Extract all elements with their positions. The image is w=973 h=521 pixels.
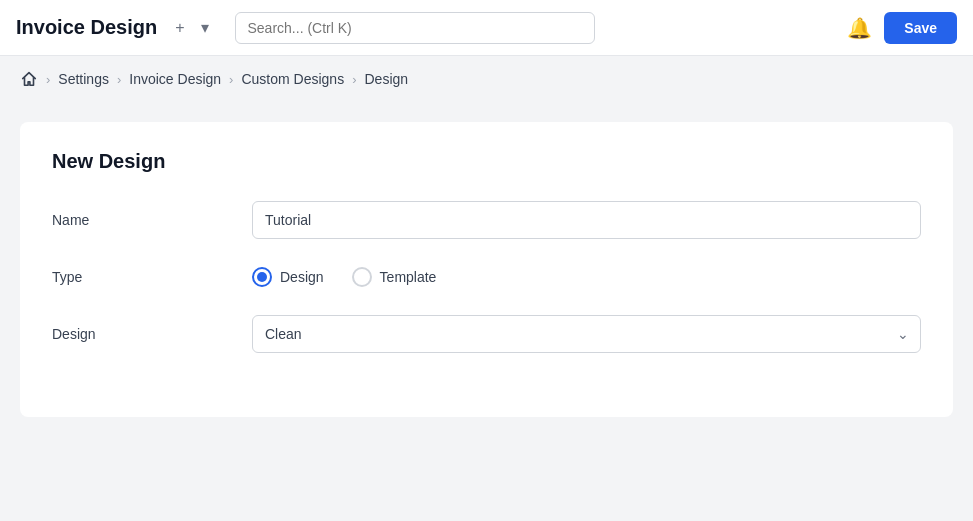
breadcrumb: › Settings › Invoice Design › Custom Des… [0, 56, 973, 102]
form-title: New Design [52, 150, 921, 173]
breadcrumb-sep-1: › [46, 72, 50, 87]
dropdown-button[interactable]: ▾ [195, 14, 215, 41]
type-radio-group: Design Template [252, 267, 921, 287]
breadcrumb-custom-designs[interactable]: Custom Designs [241, 71, 344, 87]
breadcrumb-sep-4: › [352, 72, 356, 87]
add-button[interactable]: + [169, 15, 190, 41]
type-label: Type [52, 269, 252, 285]
page-title: Invoice Design [16, 16, 157, 39]
type-design-label: Design [280, 269, 324, 285]
header-right: 🔔 Save [847, 12, 957, 44]
save-button[interactable]: Save [884, 12, 957, 44]
type-row: Type Design Template [52, 267, 921, 287]
breadcrumb-sep-3: › [229, 72, 233, 87]
notification-bell-icon[interactable]: 🔔 [847, 16, 872, 40]
type-template-option[interactable]: Template [352, 267, 437, 287]
header: Invoice Design + ▾ 🔔 Save [0, 0, 973, 56]
form-card: New Design Name Type Design Template [20, 122, 953, 417]
name-label: Name [52, 212, 252, 228]
type-control: Design Template [252, 267, 921, 287]
header-actions: + ▾ [169, 14, 214, 41]
search-bar [235, 12, 595, 44]
type-design-option[interactable]: Design [252, 267, 324, 287]
breadcrumb-sep-2: › [117, 72, 121, 87]
design-row: Design Clean Bold Modern Elegant ⌄ [52, 315, 921, 353]
name-input[interactable] [252, 201, 921, 239]
breadcrumb-invoice-design[interactable]: Invoice Design [129, 71, 221, 87]
type-design-radio[interactable] [252, 267, 272, 287]
design-label: Design [52, 326, 252, 342]
breadcrumb-current: Design [365, 71, 409, 87]
design-select-wrapper: Clean Bold Modern Elegant ⌄ [252, 315, 921, 353]
design-control: Clean Bold Modern Elegant ⌄ [252, 315, 921, 353]
content: New Design Name Type Design Template [0, 102, 973, 437]
breadcrumb-settings[interactable]: Settings [58, 71, 109, 87]
name-control [252, 201, 921, 239]
breadcrumb-home-icon[interactable] [20, 70, 38, 88]
search-input[interactable] [235, 12, 595, 44]
design-select[interactable]: Clean Bold Modern Elegant [252, 315, 921, 353]
type-template-radio[interactable] [352, 267, 372, 287]
type-template-label: Template [380, 269, 437, 285]
name-row: Name [52, 201, 921, 239]
